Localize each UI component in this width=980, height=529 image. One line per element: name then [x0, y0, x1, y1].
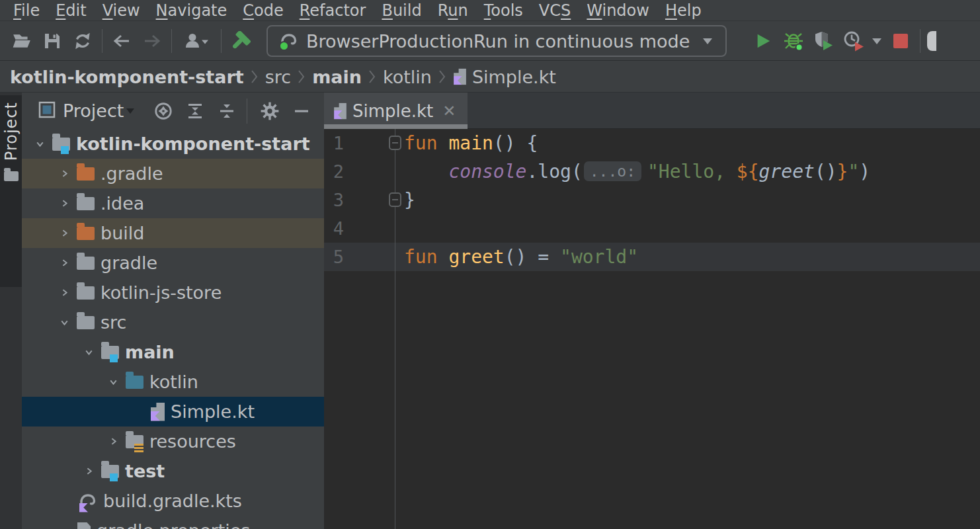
- back-icon[interactable]: [106, 26, 137, 56]
- settings-gear-icon[interactable]: [255, 97, 284, 126]
- folder-icon: [4, 171, 19, 181]
- tree-row-idea[interactable]: .idea: [22, 188, 324, 218]
- tree-row-gradle-properties[interactable]: gradle.properties: [22, 516, 324, 529]
- breadcrumb-project[interactable]: kotlin-komponent-start: [10, 67, 244, 87]
- line-number: 4: [324, 214, 353, 243]
- toolbar-separator: [920, 29, 920, 53]
- profiler-icon[interactable]: [839, 26, 885, 56]
- stop-icon[interactable]: [885, 26, 916, 56]
- debug-icon[interactable]: [778, 26, 809, 56]
- tool-window-stripe: Project: [0, 93, 22, 529]
- menu-view[interactable]: View: [95, 0, 148, 21]
- chevron-right-icon: [251, 68, 259, 85]
- tree-row-kotlin[interactable]: kotlin: [22, 367, 324, 397]
- open-folder-icon[interactable]: [7, 26, 37, 56]
- run-with-coverage-icon[interactable]: [809, 26, 839, 56]
- hide-panel-icon[interactable]: [287, 97, 316, 126]
- forward-icon[interactable]: [137, 26, 167, 56]
- code-line-5[interactable]: fun greet() = "world": [399, 243, 980, 271]
- pane-title[interactable]: Project: [63, 101, 124, 121]
- build-hammer-icon[interactable]: [225, 26, 256, 56]
- menu-window[interactable]: Window: [579, 0, 657, 21]
- properties-file-icon: [77, 522, 91, 529]
- breadcrumb-src[interactable]: src: [265, 67, 291, 87]
- main-toolbar: BrowserProductionRun in continuous mode: [0, 22, 980, 61]
- menu-bar: File Edit View Navigate Code Refactor Bu…: [0, 0, 980, 21]
- chevron-down-icon[interactable]: [52, 307, 77, 337]
- project-pane-header: Project: [22, 93, 324, 129]
- project-stripe-button[interactable]: Project: [0, 95, 22, 287]
- ide-window: File Edit View Navigate Code Refactor Bu…: [0, 0, 980, 529]
- run-configuration-select[interactable]: BrowserProductionRun in continuous mode: [266, 25, 727, 57]
- locate-file-icon[interactable]: [149, 97, 178, 126]
- menu-code[interactable]: Code: [235, 0, 291, 21]
- menu-navigate[interactable]: Navigate: [148, 0, 235, 21]
- code-editor[interactable]: 1 2 3 4 5 fun main() { console.log(...o:…: [324, 129, 980, 529]
- editor-tab-bar: Simple.kt ✕: [324, 93, 980, 129]
- tree-row-main[interactable]: main: [22, 337, 324, 367]
- code-line-1[interactable]: fun main() {: [399, 129, 980, 157]
- line-number: 1: [324, 129, 353, 157]
- kotlin-file-icon: [151, 403, 165, 421]
- folder-icon: [77, 257, 95, 270]
- folder-icon: [77, 316, 95, 329]
- breadcrumb: kotlin-komponent-start src main kotlin S…: [0, 61, 980, 93]
- tree-row-kotlin-js-store[interactable]: kotlin-js-store: [22, 278, 324, 307]
- menu-vcs[interactable]: VCS: [531, 0, 579, 21]
- tree-row-gradle[interactable]: gradle: [22, 248, 324, 278]
- chevron-down-icon[interactable]: [101, 367, 126, 397]
- project-root-folder-icon: [52, 138, 70, 151]
- close-icon[interactable]: ✕: [442, 103, 456, 119]
- chevron-right-icon[interactable]: [101, 427, 126, 456]
- tree-row-build-gradle-kts[interactable]: build.gradle.kts: [22, 486, 324, 516]
- menu-edit[interactable]: Edit: [48, 0, 94, 21]
- run-configuration-label: BrowserProductionRun in continuous mode: [306, 31, 690, 52]
- menu-build[interactable]: Build: [374, 0, 429, 21]
- breadcrumb-kotlin[interactable]: kotlin: [383, 67, 432, 87]
- tree-row-build[interactable]: build: [22, 218, 324, 248]
- tree-row-gradle-dir[interactable]: .gradle: [22, 159, 324, 188]
- run-icon[interactable]: [748, 26, 778, 56]
- chevron-down-icon[interactable]: [27, 129, 52, 159]
- chevron-down-icon: [703, 38, 712, 49]
- tree-row-resources[interactable]: resources: [22, 427, 324, 456]
- chevron-right-icon[interactable]: [52, 248, 77, 278]
- tree-row-test[interactable]: test: [22, 456, 324, 486]
- project-tree: kotlin-komponent-start .gradle .idea bui…: [22, 129, 324, 529]
- menu-refactor[interactable]: Refactor: [292, 0, 374, 21]
- clipped-toolbar-icon[interactable]: [927, 31, 936, 51]
- tree-row-root[interactable]: kotlin-komponent-start: [22, 129, 324, 159]
- line-number: 5: [324, 243, 353, 271]
- code-line-2[interactable]: console.log(...o:"Hello, ${greet()}"): [399, 157, 980, 186]
- module-folder-icon: [101, 346, 119, 359]
- source-root-folder-icon: [126, 376, 143, 389]
- sync-icon[interactable]: [67, 26, 98, 56]
- chevron-right-icon[interactable]: [52, 159, 77, 188]
- expand-all-icon[interactable]: [181, 97, 210, 126]
- save-all-icon[interactable]: [37, 26, 67, 56]
- code-line-3[interactable]: }: [399, 186, 980, 214]
- tab-simple-kt[interactable]: Simple.kt ✕: [324, 93, 468, 129]
- tab-label: Simple.kt: [352, 101, 433, 121]
- code-area[interactable]: fun main() { console.log(...o:"Hello, ${…: [399, 129, 980, 271]
- menu-file[interactable]: File: [5, 0, 48, 21]
- breadcrumb-file[interactable]: Simple.kt: [472, 67, 556, 87]
- tree-row-src[interactable]: src: [22, 307, 324, 337]
- tree-row-simple-kt[interactable]: Simple.kt: [22, 397, 324, 427]
- menu-help[interactable]: Help: [657, 0, 710, 21]
- chevron-right-icon[interactable]: [52, 218, 77, 248]
- collaborate-user-icon[interactable]: [176, 26, 217, 56]
- chevron-right-icon[interactable]: [76, 456, 101, 486]
- menu-run[interactable]: Run: [430, 0, 476, 21]
- menu-tools[interactable]: Tools: [476, 0, 531, 21]
- excluded-folder-icon: [77, 167, 95, 181]
- collapse-all-icon[interactable]: [212, 97, 241, 126]
- chevron-right-icon[interactable]: [52, 188, 77, 218]
- chevron-right-icon[interactable]: [52, 278, 77, 307]
- breadcrumb-main[interactable]: main: [312, 67, 362, 87]
- active-tab-indicator: [324, 124, 468, 129]
- chevron-down-icon[interactable]: [76, 337, 101, 367]
- project-view-icon: [38, 101, 56, 122]
- code-line-4[interactable]: [399, 214, 980, 243]
- running-dot: [279, 41, 289, 51]
